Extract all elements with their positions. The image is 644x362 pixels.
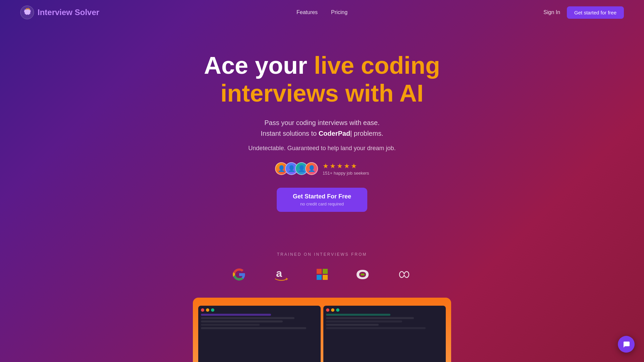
rating-block: ★ ★ ★ ★ ★ 151+ happy job seekers xyxy=(323,162,369,176)
cta-main-label: Get Started For Free xyxy=(293,193,351,200)
minimize-dot-2 xyxy=(331,308,334,312)
preview-line xyxy=(201,324,260,326)
trained-on-section: TRAINED ON INTERVIEWS FROM a xyxy=(0,232,644,294)
nvidia-logo xyxy=(355,267,370,283)
star-5: ★ xyxy=(351,162,357,170)
avatar-group: 👤 👤 👤 👤 xyxy=(275,162,318,175)
preview-screen-left xyxy=(198,306,321,362)
star-rating: ★ ★ ★ ★ ★ xyxy=(323,162,357,170)
star-3: ★ xyxy=(337,162,343,170)
preview-line xyxy=(201,320,283,322)
svg-rect-5 xyxy=(323,275,328,280)
nav-actions: Sign In Get started for free xyxy=(543,6,624,19)
google-logo xyxy=(232,268,246,283)
minimize-dot xyxy=(206,308,209,312)
star-1: ★ xyxy=(323,162,329,170)
svg-rect-6 xyxy=(361,274,365,276)
star-2: ★ xyxy=(330,162,336,170)
preview-line xyxy=(201,317,294,319)
preview-line xyxy=(326,327,426,329)
social-proof: 👤 👤 👤 👤 ★ ★ ★ ★ ★ 151+ happy job seekers xyxy=(7,162,637,176)
window-dots-2 xyxy=(326,308,443,312)
avatar: 👤 xyxy=(305,162,318,175)
amazon-logo: a xyxy=(273,266,289,284)
preview-line xyxy=(326,320,402,322)
cta-wrapper: Get Started For Free no credit card requ… xyxy=(7,188,637,212)
nav-features-link[interactable]: Features xyxy=(297,9,318,15)
sign-in-button[interactable]: Sign In xyxy=(543,9,560,15)
svg-text:a: a xyxy=(276,267,282,279)
hero-section: Ace your live coding interviews with AI … xyxy=(0,25,644,232)
cta-sub-label: no credit card required xyxy=(300,201,344,206)
chat-icon xyxy=(622,340,630,348)
company-logos: a xyxy=(7,266,637,284)
maximize-dot xyxy=(211,308,214,312)
svg-rect-4 xyxy=(317,275,322,280)
logo-text: Interview Solver xyxy=(38,8,99,17)
meta-logo xyxy=(397,267,412,283)
preview-line xyxy=(201,314,271,316)
hero-title: Ace your live coding interviews with AI xyxy=(7,52,637,107)
happy-count-label: 151+ happy job seekers xyxy=(323,171,369,176)
preview-line xyxy=(326,317,414,319)
hero-subtitle: Pass your coding interviews with ease. I… xyxy=(7,117,637,139)
navigation: Interview Solver Features Pricing Sign I… xyxy=(0,0,644,25)
close-dot xyxy=(201,308,204,312)
get-started-nav-button[interactable]: Get started for free xyxy=(567,6,624,19)
trained-label: TRAINED ON INTERVIEWS FROM xyxy=(7,252,637,257)
close-dot-2 xyxy=(326,308,329,312)
preview-code-lines xyxy=(201,314,318,329)
nav-pricing-link[interactable]: Pricing xyxy=(331,9,347,15)
maximize-dot-2 xyxy=(336,308,339,312)
microsoft-logo xyxy=(316,268,328,282)
star-4: ★ xyxy=(344,162,350,170)
chat-button[interactable] xyxy=(618,336,635,353)
nav-links: Features Pricing xyxy=(297,9,347,15)
get-started-hero-button[interactable]: Get Started For Free no credit card requ… xyxy=(277,188,367,212)
svg-rect-2 xyxy=(317,269,322,274)
logo-icon xyxy=(20,5,34,19)
preview-line xyxy=(326,314,390,316)
preview-wrapper xyxy=(193,298,451,362)
hero-undetectable-text: Undetectable. Guaranteed to help land yo… xyxy=(7,145,637,152)
preview-line xyxy=(326,324,379,326)
app-preview-section xyxy=(0,294,644,362)
preview-screen-right xyxy=(323,306,446,362)
window-dots xyxy=(201,308,318,312)
svg-rect-3 xyxy=(323,269,328,274)
preview-line xyxy=(201,327,306,329)
logo[interactable]: Interview Solver xyxy=(20,5,99,19)
preview-code-lines-2 xyxy=(326,314,443,329)
